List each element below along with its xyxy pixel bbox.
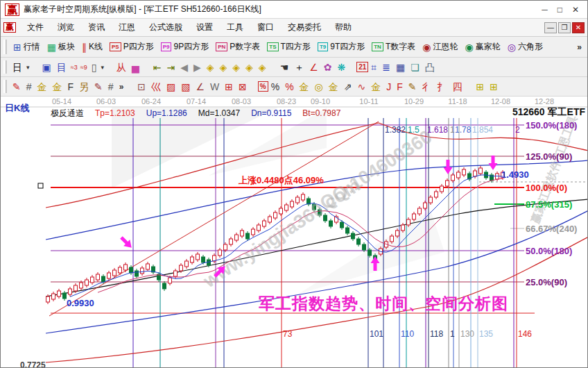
toolbar-grip[interactable] — [3, 40, 7, 53]
tool-icon[interactable]: ⊞ — [222, 79, 236, 94]
tool-icon[interactable]: # — [24, 79, 35, 94]
tool-icon[interactable]: ◈ — [204, 60, 217, 75]
tool-icon[interactable]: % — [282, 79, 296, 94]
toolbar-button-P四方形[interactable]: PSP四方形 — [106, 39, 157, 55]
tool-icon[interactable]: F — [65, 79, 77, 94]
tool-icon[interactable]: ⊡ — [135, 79, 148, 94]
tool-icon[interactable]: ▨ — [164, 79, 178, 94]
tool-icon[interactable]: 彳 — [420, 79, 435, 94]
toolbar-overflow-chevron[interactable]: » — [116, 82, 127, 92]
tool-icon[interactable]: 金 — [35, 79, 50, 94]
tool-icon[interactable]: J — [383, 79, 394, 94]
tool-icon[interactable]: 巛 — [148, 79, 164, 94]
mdi-restore-button[interactable]: ❐ — [558, 22, 571, 33]
tool-icon[interactable]: % — [258, 81, 268, 92]
tool-icon[interactable]: ▯ — [89, 60, 100, 75]
tool-icon[interactable]: ◈ — [230, 60, 243, 75]
tool-icon[interactable]: ▦ — [393, 60, 408, 75]
toolbar-button-板块[interactable]: ▦板块 — [44, 39, 78, 55]
toolbar-button-K线[interactable]: ∥K线 — [78, 39, 106, 55]
tool-icon[interactable]: 另 — [76, 79, 92, 94]
chart-canvas[interactable]: www.yingjia360.comQQ:104600360赢家江恩软件 江恩工… — [1, 97, 588, 368]
tool-icon[interactable]: % — [268, 79, 282, 94]
tool-icon[interactable]: ∠ — [193, 79, 208, 94]
tool-icon[interactable]: 21 — [356, 62, 368, 72]
tool-icon[interactable]: ＋ — [291, 60, 306, 75]
tool-icon[interactable]: W — [207, 79, 222, 94]
tool-icon[interactable]: ✿ — [321, 60, 335, 75]
tool-icon[interactable]: 日 — [10, 60, 25, 75]
tool-icon[interactable]: ◈ — [243, 60, 256, 75]
mdi-minimize-button[interactable]: — — [544, 22, 557, 33]
menu-item-公式选股[interactable]: 公式选股 — [142, 20, 189, 34]
mdi-close-button[interactable]: ✕ — [572, 22, 585, 33]
toolbar-button-赢家轮[interactable]: ◉赢家轮 — [461, 39, 503, 55]
tool-icon[interactable]: ⇤ — [150, 60, 164, 75]
tool-icon[interactable]: ⌗ — [368, 60, 379, 75]
tool-icon[interactable]: ⊞ — [487, 79, 501, 94]
tool-icon[interactable]: ✎ — [406, 79, 420, 94]
candle-body — [224, 244, 227, 250]
toolbar-button-六角形[interactable]: ◎六角形 — [504, 39, 546, 55]
menu-item-资讯[interactable]: 资讯 — [81, 20, 112, 34]
menu-item-交易委托[interactable]: 交易委托 — [281, 20, 328, 34]
toolbar-button-9P四方形[interactable]: P99P四方形 — [157, 39, 212, 55]
tool-icon[interactable]: ☚ — [277, 60, 292, 75]
toolbar-button-9T四方形[interactable]: T99T四方形 — [314, 39, 368, 55]
tool-icon[interactable]: ≈3 — [69, 60, 79, 75]
tool-icon[interactable]: 从 — [114, 60, 129, 75]
toolbar-button-T数字表[interactable]: TNT数字表 — [368, 39, 419, 55]
menu-item-浏览[interactable]: 浏览 — [51, 20, 81, 34]
tool-icon[interactable]: ✎ — [10, 79, 24, 94]
tool-icon[interactable]: ◎ — [312, 79, 326, 94]
toolbar-button-P数字表[interactable]: PNP数字表 — [212, 39, 263, 55]
toolbar-grip[interactable] — [3, 60, 7, 74]
tool-icon[interactable]: ▣ — [40, 60, 54, 75]
tool-icon[interactable]: ◀ — [178, 60, 191, 75]
tool-icon[interactable]: ▾ — [99, 60, 105, 75]
tool-icon[interactable]: ⊠ — [236, 79, 250, 94]
tool-icon[interactable]: ⇗ — [341, 79, 355, 94]
menu-item-设置[interactable]: 设置 — [189, 20, 220, 34]
tool-icon[interactable]: 凸 — [422, 60, 438, 75]
maximize-button[interactable]: □ — [557, 5, 562, 15]
tool-icon[interactable]: ▶ — [191, 60, 204, 75]
tool-icon[interactable]: ❏ — [408, 60, 422, 75]
tool-icon[interactable]: F — [394, 79, 406, 94]
tool-icon[interactable]: ∠ — [306, 60, 321, 75]
tool-icon[interactable]: ≣ — [379, 60, 393, 75]
tool-icon[interactable]: ◈ — [217, 60, 230, 75]
tool-icon[interactable]: 金 — [368, 79, 383, 94]
toolbar-button-江恩轮[interactable]: ◉江恩轮 — [419, 39, 461, 55]
tool-icon[interactable]: 四 — [450, 79, 465, 94]
tool-icon[interactable]: 金 — [297, 79, 312, 94]
toolbar-button-行情[interactable]: ⊞行情 — [10, 39, 44, 55]
menu-item-窗口[interactable]: 窗口 — [250, 20, 281, 34]
toolbar1-overflow-chevron[interactable]: » — [573, 42, 586, 52]
minimize-button[interactable]: ─ — [542, 5, 548, 15]
close-button[interactable]: ✕ — [572, 5, 579, 15]
toolbar-label: 行情 — [24, 41, 40, 53]
tool-icon[interactable]: ❋ — [335, 60, 349, 75]
tool-icon[interactable]: 金 — [50, 79, 65, 94]
tool-icon[interactable]: 金 — [326, 79, 341, 94]
tool-icon[interactable]: ≈9 — [79, 60, 89, 75]
tool-icon[interactable]: # — [105, 79, 116, 94]
tool-icon[interactable]: ⊞ — [474, 79, 487, 94]
kline-chart-area[interactable]: www.yingjia360.comQQ:104600360赢家江恩软件 江恩工… — [1, 97, 588, 368]
menu-item-江恩[interactable]: 江恩 — [112, 20, 142, 34]
tool-icon[interactable]: ✎ — [92, 79, 105, 94]
menu-item-帮助[interactable]: 帮助 — [328, 20, 358, 34]
toolbar-button-T四方形[interactable]: TST四方形 — [263, 39, 314, 55]
tool-icon[interactable]: 目 — [54, 60, 69, 75]
tool-icon[interactable]: ▅ — [129, 60, 142, 75]
tool-icon[interactable]: ▧ — [178, 79, 193, 94]
tool-icon[interactable]: ▾ — [25, 60, 31, 75]
menu-item-工具[interactable]: 工具 — [220, 20, 250, 34]
tool-icon[interactable]: ◈ — [256, 60, 269, 75]
tool-icon[interactable]: ∿ — [355, 79, 369, 94]
toolbar-grip[interactable] — [3, 80, 7, 93]
menu-item-文件[interactable]: 文件 — [20, 20, 51, 34]
tool-icon[interactable]: 扌 — [435, 79, 450, 94]
tool-icon[interactable]: ⇥ — [164, 60, 178, 75]
